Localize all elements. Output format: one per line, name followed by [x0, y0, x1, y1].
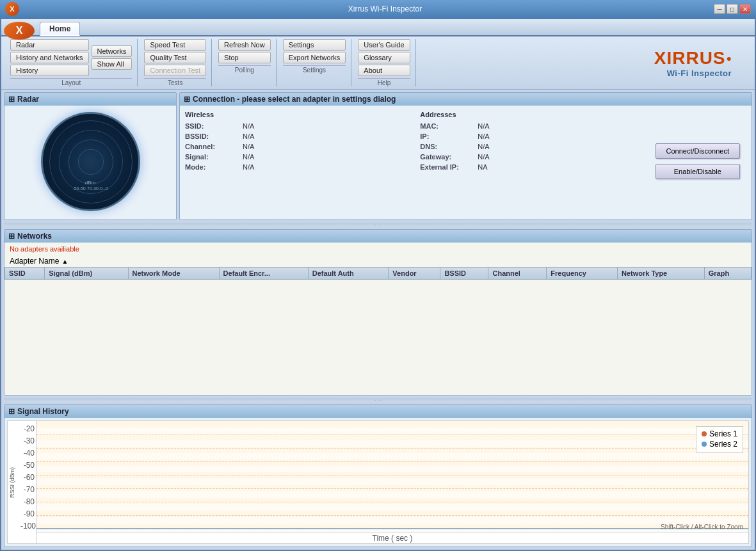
collapse-icon-networks[interactable]: ⊞ [8, 232, 15, 241]
connection-content: Wireless SSID: N/A BSSID: N/A Channel: N… [180, 106, 752, 217]
refresh-now-button[interactable]: Refresh Now [218, 39, 271, 51]
adapter-name-label: Adapter Name [10, 257, 59, 266]
series1-label: Series 1 [709, 429, 737, 438]
networks-panel-content: No adapters availiable Adapter Name ▲ SS… [4, 243, 752, 395]
mac-value: N/A [478, 122, 489, 130]
enable-disable-button[interactable]: Enable/Disable [655, 164, 740, 179]
channel-row: Channel: N/A [185, 143, 407, 150]
about-button[interactable]: About [358, 65, 410, 76]
collapse-icon-signal[interactable]: ⊞ [8, 407, 15, 416]
radar-button[interactable]: Radar [10, 39, 89, 51]
col-default-auth[interactable]: Default Auth [308, 268, 389, 280]
show-all-button[interactable]: Show All [92, 58, 133, 70]
chart-main[interactable]: Time ( sec ) Series 1 Series 2 [36, 421, 748, 543]
mac-row: MAC: N/A [420, 122, 642, 130]
connection-panel-header: ⊞ Connection - please select an adapter … [180, 93, 752, 106]
hline-1 [36, 435, 748, 435]
col-network-mode[interactable]: Network Mode [128, 268, 219, 280]
logo-subtitle: Wi-Fi Inspector [667, 68, 732, 78]
ip-value: N/A [478, 132, 489, 140]
resizer-top[interactable]: · · · [4, 223, 752, 227]
quality-test-button[interactable]: Quality Test [144, 52, 206, 63]
bssid-label: BSSID: [185, 132, 243, 140]
col-ssid[interactable]: SSID [5, 268, 45, 280]
resizer-bottom[interactable]: · · · [4, 398, 752, 402]
networks-table: SSID Signal (dBm) Network Mode Default E… [4, 267, 752, 280]
legend-series1: Series 1 [702, 429, 737, 438]
xirrus-logo-icon[interactable]: X [4, 22, 35, 40]
networks-panel: ⊞ Networks No adapters availiable Adapte… [4, 229, 752, 395]
col-frequency[interactable]: Frequency [547, 268, 618, 280]
legend-series2: Series 2 [702, 440, 737, 449]
radar-dbm-label: dBm-50-60-70-30-0--0 [72, 180, 108, 191]
wireless-section: Wireless SSID: N/A BSSID: N/A Channel: N… [185, 111, 407, 212]
maximize-button[interactable]: □ [727, 4, 738, 14]
users-guide-button[interactable]: User's Guide [358, 39, 410, 51]
col-default-encr[interactable]: Default Encr... [219, 268, 308, 280]
no-adapters-message: No adapters availiable [4, 243, 752, 255]
networks-button[interactable]: Networks [92, 45, 133, 57]
col-graph[interactable]: Graph [704, 268, 751, 280]
gateway-value: N/A [478, 153, 489, 161]
series1-dot [702, 431, 707, 436]
radar-panel-title: Radar [17, 95, 39, 104]
titlebar-controls: ─ □ ✕ [714, 4, 751, 14]
history-networks-button[interactable]: History and Networks [10, 52, 89, 63]
hline-2 [36, 448, 748, 449]
titlebar: X Xirrus Wi-Fi Inspector ─ □ ✕ [0, 0, 756, 18]
col-channel[interactable]: Channel [488, 268, 547, 280]
networks-table-scroll[interactable]: SSID Signal (dBm) Network Mode Default E… [4, 267, 752, 395]
chart-xaxis-label: Time ( sec ) [36, 532, 748, 543]
sort-icon[interactable]: ▲ [61, 258, 68, 265]
hline-4 [36, 475, 748, 475]
toolbar-group-help: User's Guide Glossary About Help [353, 39, 415, 86]
connection-panel-title: Connection - please select an adapter in… [193, 95, 396, 104]
export-networks-button[interactable]: Export Networks [283, 52, 346, 63]
radar-ring-4 [78, 149, 104, 175]
chart-container: RSSI (dBm) -20 -30 -40 -50 -60 -70 -80 -… [8, 421, 748, 543]
settings-button[interactable]: Settings [283, 39, 346, 51]
toolbar-group-layout: Radar History and Networks History Netwo… [5, 39, 138, 86]
close-button[interactable]: ✕ [739, 4, 751, 14]
hline-7 [36, 515, 748, 516]
series2-label: Series 2 [709, 440, 737, 449]
minimize-button[interactable]: ─ [714, 4, 725, 14]
external-ip-row: External IP: NA [420, 163, 642, 171]
app-logo-icon: X [5, 2, 19, 16]
polling-group-label: Polling [218, 65, 271, 74]
collapse-icon-conn[interactable]: ⊞ [184, 95, 190, 104]
logo-xirrus-text: XIRRUS [654, 48, 726, 68]
gateway-label: Gateway: [420, 153, 478, 161]
speed-test-button[interactable]: Speed Test [144, 39, 206, 51]
stop-button[interactable]: Stop [218, 52, 271, 63]
mode-value: N/A [243, 163, 254, 171]
toolbar-group-settings: Settings Export Networks Settings [278, 39, 352, 86]
titlebar-title: Xirrus Wi-Fi Inspector [348, 4, 422, 13]
help-group-label: Help [358, 78, 410, 86]
col-vendor[interactable]: Vendor [389, 268, 440, 280]
addresses-section-title: Addresses [420, 111, 642, 118]
collapse-icon[interactable]: ⊞ [8, 95, 15, 104]
addresses-section: Addresses MAC: N/A IP: N/A DNS: N/A [420, 111, 642, 212]
col-signal[interactable]: Signal (dBm) [45, 268, 128, 280]
col-bssid[interactable]: BSSID [440, 268, 488, 280]
col-network-type[interactable]: Network Type [617, 268, 704, 280]
signal-chart-area: RSSI (dBm) -20 -30 -40 -50 -60 -70 -80 -… [7, 420, 749, 544]
connect-disconnect-button[interactable]: Connect/Disconnect [655, 143, 740, 159]
toolbar-group-tests: Speed Test Quality Test Connection Test … [139, 39, 212, 86]
content-area: ⊞ Radar dBm-50-60-70-30-0--0 ⊞ [1, 90, 755, 550]
xirrus-logo-area: XIRRUS ● Wi-Fi Inspector [417, 39, 751, 86]
hline-5 [36, 488, 748, 489]
connection-panel: ⊞ Connection - please select an adapter … [179, 92, 752, 220]
bssid-row: BSSID: N/A [185, 132, 407, 140]
history-button[interactable]: History [10, 65, 89, 76]
ssid-label: SSID: [185, 122, 243, 130]
signal-panel-header: ⊞ Signal History [4, 405, 752, 418]
tab-home[interactable]: Home [40, 22, 80, 36]
signal-row: Signal: N/A [185, 153, 407, 161]
layout-group-label: Layout [10, 78, 132, 86]
glossary-button[interactable]: Glossary [358, 52, 410, 63]
dns-value: N/A [478, 143, 489, 150]
gateway-row: Gateway: N/A [420, 153, 642, 161]
signal-value: N/A [243, 153, 254, 161]
